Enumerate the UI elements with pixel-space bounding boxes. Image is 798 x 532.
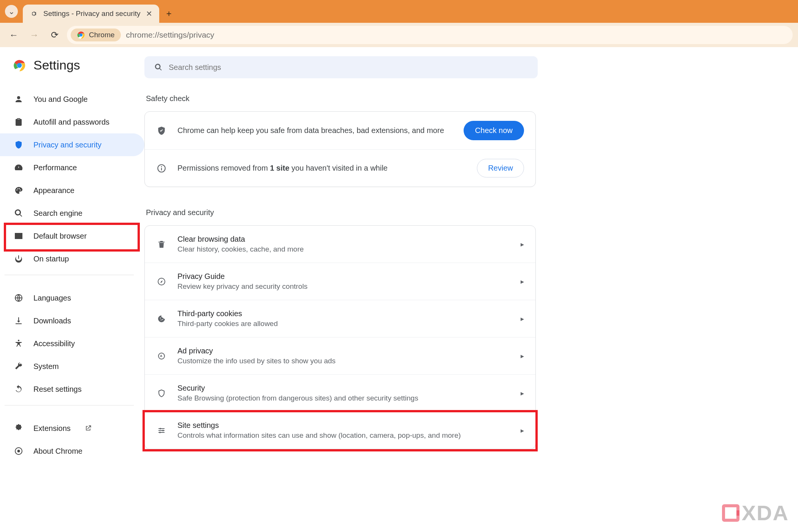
row-title: Privacy Guide xyxy=(177,272,510,281)
wrench-icon xyxy=(14,361,24,371)
chevron-right-icon: ▸ xyxy=(521,352,524,360)
browser-tab[interactable]: Settings - Privacy and security ✕ xyxy=(23,5,159,23)
cookie-icon xyxy=(156,314,167,324)
sidebar-item-privacy-and-security[interactable]: Privacy and security xyxy=(0,133,144,156)
sidebar-item-autofill-and-passwords[interactable]: Autofill and passwords xyxy=(0,111,144,133)
chrome-icon xyxy=(14,446,24,456)
sidebar-item-search-engine[interactable]: Search engine xyxy=(0,202,144,225)
safety-check-card: Chrome can help keep you safe from data … xyxy=(144,111,536,187)
main-content: Safety check Chrome can help keep you sa… xyxy=(144,47,798,532)
privacy-row-privacy-guide[interactable]: Privacy GuideReview key privacy and secu… xyxy=(145,263,535,300)
row-title: Site settings xyxy=(177,421,510,430)
sidebar-item-extensions[interactable]: Extensions xyxy=(0,417,144,440)
sidebar-item-label: Performance xyxy=(33,163,77,172)
sidebar-item-languages[interactable]: Languages xyxy=(0,287,144,309)
row-subtitle: Review key privacy and security controls xyxy=(177,282,510,291)
tune-icon xyxy=(156,425,167,436)
power-icon xyxy=(14,254,24,264)
tab-title: Settings - Privacy and security xyxy=(43,10,141,18)
sidebar-item-label: Default browser xyxy=(33,232,87,241)
privacy-row-clear-browsing-data[interactable]: Clear browsing dataClear history, cookie… xyxy=(145,226,535,263)
sidebar-item-default-browser[interactable]: Default browser xyxy=(0,225,144,247)
privacy-row-security[interactable]: SecuritySafe Browsing (protection from d… xyxy=(145,374,535,412)
sidebar-item-accessibility[interactable]: Accessibility xyxy=(0,332,144,355)
ads-icon xyxy=(156,351,167,361)
sidebar-item-label: About Chrome xyxy=(33,447,82,456)
sidebar-item-label: Appearance xyxy=(33,186,74,195)
forward-button[interactable]: → xyxy=(26,27,43,43)
search-icon xyxy=(154,63,163,71)
sidebar-item-label: Privacy and security xyxy=(33,141,101,149)
safety-check-heading: Safety check xyxy=(146,94,768,103)
sidebar-item-label: On startup xyxy=(33,255,69,263)
review-button[interactable]: Review xyxy=(477,159,524,177)
person-icon xyxy=(14,94,24,104)
reload-button[interactable]: ⟳ xyxy=(46,27,63,43)
sidebar-item-label: Autofill and passwords xyxy=(33,118,109,127)
sidebar-item-downloads[interactable]: Downloads xyxy=(0,309,144,332)
gear-icon xyxy=(30,10,38,18)
site-chip[interactable]: Chrome xyxy=(71,28,121,41)
speed-icon xyxy=(14,163,24,173)
row-subtitle: Third-party cookies are allowed xyxy=(177,320,510,328)
safety-check-text: Chrome can help keep you safe from data … xyxy=(177,126,453,135)
chevron-right-icon: ▸ xyxy=(521,240,524,249)
window-menu-button[interactable]: ⌄ xyxy=(0,0,23,23)
close-tab-icon[interactable]: ✕ xyxy=(146,9,152,18)
palette-icon xyxy=(14,185,24,195)
sidebar-item-label: Extensions xyxy=(33,424,71,433)
url-text: chrome://settings/privacy xyxy=(126,30,214,40)
chevron-right-icon: ▸ xyxy=(521,277,524,286)
permissions-removed-row: Permissions removed from 1 site you have… xyxy=(145,149,535,187)
titlebar: ⌄ Settings - Privacy and security ✕ + xyxy=(0,0,798,23)
sidebar-item-label: Search engine xyxy=(33,209,82,218)
site-chip-label: Chrome xyxy=(89,31,115,39)
safety-check-row: Chrome can help keep you safe from data … xyxy=(145,112,535,149)
download-icon xyxy=(14,316,24,326)
sidebar-item-performance[interactable]: Performance xyxy=(0,156,144,179)
new-tab-button[interactable]: + xyxy=(162,6,177,21)
search-input[interactable] xyxy=(169,63,528,72)
privacy-security-card: Clear browsing dataClear history, cookie… xyxy=(144,225,536,449)
sidebar-item-reset-settings[interactable]: Reset settings xyxy=(0,378,144,401)
back-button[interactable]: ← xyxy=(5,27,22,43)
window-icon xyxy=(14,231,24,241)
settings-brand: Settings xyxy=(0,58,144,81)
shield-icon xyxy=(14,140,24,150)
sidebar-item-system[interactable]: System xyxy=(0,355,144,378)
check-now-button[interactable]: Check now xyxy=(464,121,524,140)
shield2-icon xyxy=(156,388,167,399)
privacy-row-site-settings[interactable]: Site settingsControls what information s… xyxy=(145,412,535,449)
sidebar-item-label: System xyxy=(33,362,59,371)
chevron-right-icon: ▸ xyxy=(521,426,524,435)
globe-icon xyxy=(14,293,24,303)
sidebar-item-label: You and Google xyxy=(33,95,88,104)
accessibility-icon xyxy=(14,339,24,348)
compass-icon xyxy=(156,276,167,287)
row-title: Security xyxy=(177,384,510,393)
privacy-row-third-party-cookies[interactable]: Third-party cookiesThird-party cookies a… xyxy=(145,300,535,337)
row-title: Clear browsing data xyxy=(177,235,510,244)
info-icon xyxy=(156,163,167,174)
watermark: XDA xyxy=(722,500,789,525)
sidebar-item-label: Reset settings xyxy=(33,385,82,394)
privacy-security-heading: Privacy and security xyxy=(146,208,768,217)
chrome-logo-icon xyxy=(13,59,26,72)
sidebar-item-on-startup[interactable]: On startup xyxy=(0,247,144,270)
search-icon xyxy=(14,208,24,218)
trash-icon xyxy=(156,239,167,250)
privacy-row-ad-privacy[interactable]: Ad privacyCustomize the info used by sit… xyxy=(145,337,535,374)
chevron-right-icon: ▸ xyxy=(521,389,524,397)
sidebar-item-about-chrome[interactable]: About Chrome xyxy=(0,440,144,462)
search-settings[interactable] xyxy=(144,56,538,78)
clipboard-icon xyxy=(14,117,24,127)
sidebar-item-you-and-google[interactable]: You and Google xyxy=(0,88,144,111)
sidebar-item-appearance[interactable]: Appearance xyxy=(0,179,144,202)
toolbar: ← → ⟳ Chrome chrome://settings/privacy xyxy=(0,23,798,47)
external-link-icon xyxy=(84,424,92,432)
permissions-removed-text: Permissions removed from 1 site you have… xyxy=(177,164,466,173)
omnibox[interactable]: Chrome chrome://settings/privacy xyxy=(67,26,793,44)
row-subtitle: Customize the info used by sites to show… xyxy=(177,357,510,365)
sidebar-item-label: Languages xyxy=(33,294,71,302)
sidebar: Settings You and GoogleAutofill and pass… xyxy=(0,47,144,532)
